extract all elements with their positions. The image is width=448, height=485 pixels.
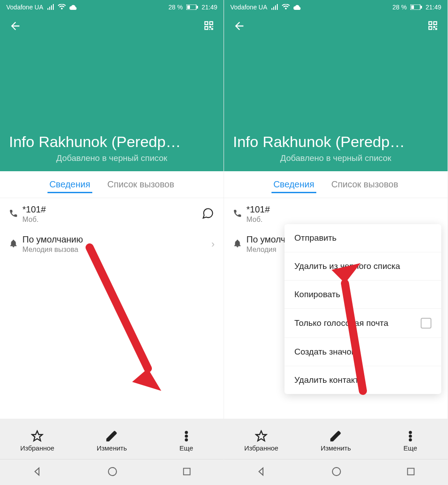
phone-type: Моб. xyxy=(22,216,198,224)
content-area: *101# Моб. По умолч Мелодия Отправить Уд… xyxy=(224,198,448,419)
voicemail-checkbox[interactable] xyxy=(421,318,431,329)
qr-icon[interactable] xyxy=(427,20,439,34)
phone-number: *101# xyxy=(22,204,198,215)
battery-icon xyxy=(186,4,198,10)
bottom-actions: Избранное Изменить Еще xyxy=(0,419,224,459)
contact-name: Info Rakhunok (Peredp… xyxy=(233,133,439,151)
contact-subtitle: Добавлено в черный список xyxy=(233,153,439,163)
phone-type: Моб. xyxy=(246,216,439,224)
svg-rect-13 xyxy=(421,6,422,9)
svg-rect-10 xyxy=(183,468,190,475)
carrier-label: Vodafone UA xyxy=(6,4,43,11)
nav-back[interactable] xyxy=(256,466,267,479)
svg-point-20 xyxy=(332,468,340,476)
wifi-icon xyxy=(58,4,66,10)
clock: 21:49 xyxy=(426,4,441,11)
more-menu: Отправить Удалить из черного списка Копи… xyxy=(284,224,441,394)
phone-number: *101# xyxy=(246,204,439,215)
contact-header: Info Rakhunok (Peredp… Добавлено в черны… xyxy=(0,14,224,171)
nav-home[interactable] xyxy=(107,466,118,479)
tabs: Сведения Список вызовов xyxy=(224,171,448,198)
back-button[interactable] xyxy=(9,20,22,34)
menu-send[interactable]: Отправить xyxy=(284,224,441,252)
menu-delete[interactable]: Удалить контакт xyxy=(284,366,441,394)
ringtone-row[interactable]: По умолчанию Мелодия вызова › xyxy=(0,228,224,258)
battery-icon xyxy=(410,4,422,10)
phone-number-row[interactable]: *101# Моб. xyxy=(0,198,224,228)
battery-pct: 28 % xyxy=(392,4,407,11)
carrier-label: Vodafone UA xyxy=(230,4,267,11)
svg-point-8 xyxy=(185,438,187,441)
tab-details[interactable]: Сведения xyxy=(47,172,92,197)
chevron-right-icon: › xyxy=(211,238,215,250)
nav-home[interactable] xyxy=(331,466,342,479)
nav-recent[interactable] xyxy=(406,467,416,478)
svg-line-3 xyxy=(90,247,148,368)
svg-point-17 xyxy=(409,431,411,433)
signal-icon xyxy=(47,4,54,10)
content-area: *101# Моб. По умолчанию Мелодия вызова › xyxy=(0,198,224,419)
message-icon[interactable] xyxy=(198,207,215,221)
tab-calls[interactable]: Список вызовов xyxy=(330,172,400,197)
nav-recent[interactable] xyxy=(182,467,192,478)
system-navbar xyxy=(224,459,448,485)
phone-number-row[interactable]: *101# Моб. xyxy=(224,198,448,228)
edit-button[interactable]: Изменить xyxy=(313,430,358,452)
svg-point-18 xyxy=(409,435,411,437)
phone-icon xyxy=(9,209,22,220)
ringtone-sub: Мелодия вызова xyxy=(22,246,211,254)
annotation-arrow xyxy=(72,238,170,400)
tab-calls[interactable]: Список вызовов xyxy=(106,172,176,197)
status-bar: Vodafone UA 28 % 21:49 xyxy=(0,0,224,14)
menu-voicemail[interactable]: Только голосовая почта xyxy=(284,309,441,338)
menu-unblock[interactable]: Удалить из черного списка xyxy=(284,252,441,281)
bottom-actions: Избранное Изменить Еще xyxy=(224,419,448,459)
contact-header: Info Rakhunok (Peredp… Добавлено в черны… xyxy=(224,14,448,171)
signal-icon xyxy=(271,4,278,10)
more-button[interactable]: Еще xyxy=(388,430,433,452)
svg-point-7 xyxy=(185,435,187,437)
status-bar: Vodafone UA 28 % 21:49 xyxy=(224,0,448,14)
clock: 21:49 xyxy=(202,4,217,11)
cloud-icon xyxy=(293,4,302,10)
svg-rect-1 xyxy=(187,5,190,9)
cloud-icon xyxy=(69,4,78,10)
qr-icon[interactable] xyxy=(203,20,215,34)
back-button[interactable] xyxy=(233,20,246,34)
nav-back[interactable] xyxy=(32,466,43,479)
phone-screen-left: Vodafone UA 28 % 21:49 Info Rakhunok (Pe… xyxy=(0,0,224,485)
edit-button[interactable]: Изменить xyxy=(89,430,134,452)
svg-marker-4 xyxy=(132,368,161,391)
svg-point-9 xyxy=(108,468,116,476)
tab-details[interactable]: Сведения xyxy=(271,172,316,197)
favorite-button[interactable]: Избранное xyxy=(15,430,60,452)
svg-rect-12 xyxy=(411,5,414,9)
menu-copy[interactable]: Копировать xyxy=(284,281,441,309)
system-navbar xyxy=(0,459,224,485)
contact-name: Info Rakhunok (Peredp… xyxy=(9,133,215,151)
bell-icon xyxy=(9,239,22,250)
ringtone-title: По умолчанию xyxy=(22,234,211,245)
svg-rect-2 xyxy=(197,6,198,9)
phone-screen-right: Vodafone UA 28 % 21:49 Info Rakhunok (Pe… xyxy=(224,0,448,485)
svg-rect-21 xyxy=(407,468,414,475)
wifi-icon xyxy=(282,4,290,10)
favorite-button[interactable]: Избранное xyxy=(239,430,284,452)
svg-point-19 xyxy=(409,438,411,441)
svg-marker-5 xyxy=(32,431,42,441)
battery-pct: 28 % xyxy=(168,4,183,11)
svg-marker-16 xyxy=(256,431,266,441)
tabs: Сведения Список вызовов xyxy=(0,171,224,198)
svg-point-6 xyxy=(185,431,187,433)
more-button[interactable]: Еще xyxy=(164,430,209,452)
phone-icon xyxy=(233,209,246,220)
menu-shortcut[interactable]: Создать значок xyxy=(284,338,441,366)
bell-icon xyxy=(233,239,246,250)
contact-subtitle: Добавлено в черный список xyxy=(9,153,215,163)
